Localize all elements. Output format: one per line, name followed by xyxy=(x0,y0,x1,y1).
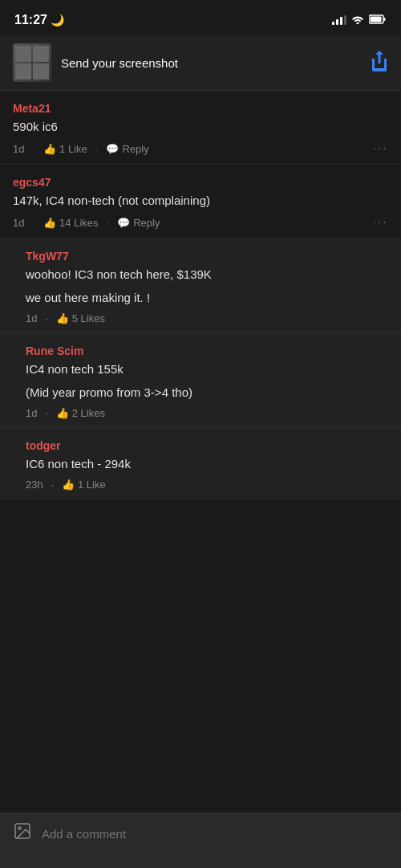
status-time: 11:27 🌙 xyxy=(14,13,64,27)
replies-section: TkgW77 woohoo! IC3 non tech here, $139K … xyxy=(0,238,401,499)
reply-text-line2: (Mid year promo from 3->4 tho) xyxy=(26,384,388,401)
comment-item: egcs47 147k, IC4 non-tech (not complaini… xyxy=(0,165,401,238)
battery-icon xyxy=(369,14,387,26)
comment-meta: 1d · 👍 14 Likes · 💬 Reply ··· xyxy=(13,215,388,230)
image-icon xyxy=(13,821,32,846)
comment-input[interactable] xyxy=(42,827,388,841)
speech-icon: 💬 xyxy=(106,143,119,155)
separator: · xyxy=(95,143,99,155)
like-count: 1 Like xyxy=(78,479,106,491)
reply-text: woohoo! IC3 non tech here, $139K xyxy=(26,266,388,283)
status-bar: 11:27 🌙 xyxy=(0,0,401,35)
speech-icon: 💬 xyxy=(117,217,130,229)
reply-button[interactable]: 💬 Reply xyxy=(106,143,148,155)
post-header: Send your screenshot xyxy=(0,35,401,91)
reply-username: Rune Scim xyxy=(26,344,388,357)
reply-time: 1d xyxy=(26,407,37,419)
like-count: 14 Likes xyxy=(59,217,98,229)
thumbs-up-icon: 👍 xyxy=(62,479,75,491)
separator: · xyxy=(32,143,35,155)
reply-item: todger IC6 non tech - 294k 23h · 👍 1 Lik… xyxy=(0,428,401,499)
reply-item: TkgW77 woohoo! IC3 non tech here, $139K … xyxy=(0,238,401,333)
comments-section: Meta21 590k ic6 1d · 👍 1 Like · 💬 Reply … xyxy=(0,91,401,499)
like-count: 2 Likes xyxy=(72,407,105,419)
like-button[interactable]: 👍 1 Like xyxy=(43,143,87,155)
comment-username: egcs47 xyxy=(13,176,388,189)
bottom-spacer xyxy=(0,499,401,572)
comment-time: 1d xyxy=(13,217,24,229)
comment-username: Meta21 xyxy=(13,102,388,115)
like-count: 1 Like xyxy=(59,143,87,155)
moon-icon: 🌙 xyxy=(51,14,64,26)
reply-label: Reply xyxy=(122,143,148,155)
comment-input-bar xyxy=(0,813,401,868)
like-button[interactable]: 👍 2 Likes xyxy=(56,407,105,419)
reply-time: 1d xyxy=(26,312,37,324)
reply-text-line2: we out here making it. ! xyxy=(26,289,388,306)
thumbs-up-icon: 👍 xyxy=(56,407,69,419)
separator: · xyxy=(45,312,48,324)
comment-text: 590k ic6 xyxy=(13,118,388,135)
status-icons xyxy=(332,14,387,26)
reply-label: Reply xyxy=(133,217,160,229)
time-display: 11:27 xyxy=(14,13,47,27)
separator: · xyxy=(107,217,110,229)
share-button[interactable] xyxy=(371,51,388,75)
like-button[interactable]: 👍 14 Likes xyxy=(43,217,98,229)
svg-point-4 xyxy=(18,827,21,829)
thumbs-up-icon: 👍 xyxy=(56,312,69,324)
reply-username: TkgW77 xyxy=(26,250,388,263)
comment-time: 1d xyxy=(13,143,24,155)
comment-meta: 1d · 👍 1 Like · 💬 Reply ··· xyxy=(13,141,388,156)
reply-text: IC4 non tech 155k xyxy=(26,361,388,377)
separator: · xyxy=(32,217,35,229)
svg-rect-2 xyxy=(371,17,382,22)
wifi-icon xyxy=(351,14,364,26)
comment-text: 147k, IC4 non-tech (not complaining) xyxy=(13,192,388,209)
thumbs-up-icon: 👍 xyxy=(43,217,56,229)
separator: · xyxy=(51,479,55,491)
reply-meta: 23h · 👍 1 Like xyxy=(26,479,388,491)
post-thumbnail xyxy=(13,43,51,82)
reply-meta: 1d · 👍 5 Likes xyxy=(26,312,388,324)
more-options-button[interactable]: ··· xyxy=(373,215,388,230)
like-count: 5 Likes xyxy=(72,312,105,324)
thumbs-up-icon: 👍 xyxy=(43,143,56,155)
reply-meta: 1d · 👍 2 Likes xyxy=(26,407,388,419)
post-title: Send your screenshot xyxy=(61,56,361,70)
signal-icon xyxy=(332,15,346,25)
more-options-button[interactable]: ··· xyxy=(373,141,388,156)
reply-time: 23h xyxy=(26,479,43,491)
reply-text: IC6 non tech - 294k xyxy=(26,455,388,472)
svg-rect-1 xyxy=(384,18,386,21)
comment-item: Meta21 590k ic6 1d · 👍 1 Like · 💬 Reply … xyxy=(0,91,401,165)
separator: · xyxy=(45,407,48,419)
reply-item: Rune Scim IC4 non tech 155k (Mid year pr… xyxy=(0,333,401,428)
reply-button[interactable]: 💬 Reply xyxy=(117,217,160,229)
like-button[interactable]: 👍 5 Likes xyxy=(56,312,105,324)
like-button[interactable]: 👍 1 Like xyxy=(62,479,105,491)
reply-username: todger xyxy=(26,439,388,452)
